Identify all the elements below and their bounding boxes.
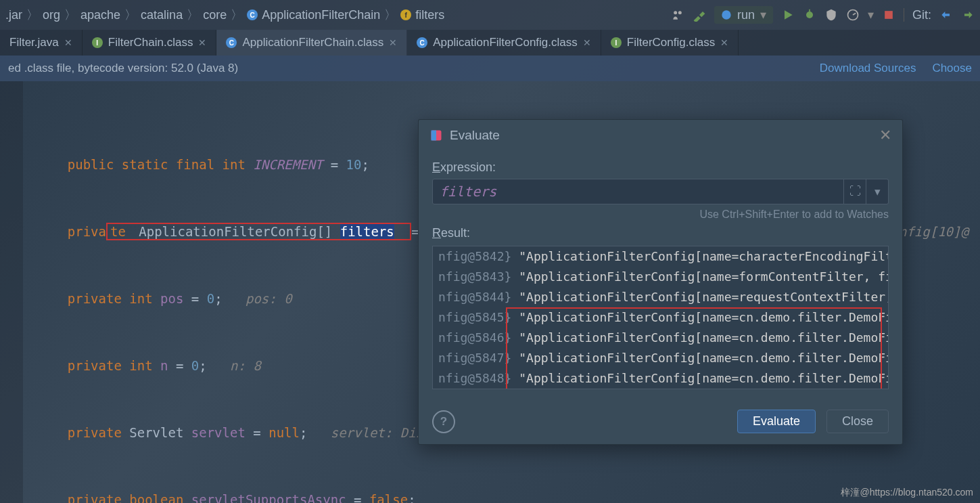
tab-filterconfig-class[interactable]: I FilterConfig.class ✕ [601, 30, 739, 56]
close-icon[interactable]: ✕ [198, 37, 206, 48]
tab-filter-java[interactable]: Filter.java ✕ [0, 30, 83, 56]
result-row[interactable]: nfig@5843} "ApplicationFilterConfig[name… [433, 267, 888, 287]
close-icon[interactable]: ✕ [64, 37, 72, 48]
breadcrumb-item[interactable]: .jar [5, 8, 22, 22]
dialog-title: Evaluate [450, 128, 500, 143]
class-icon: C [226, 37, 237, 48]
banner-text: ed .class file, bytecode version: 52.0 (… [8, 62, 238, 75]
choose-sources-link[interactable]: Choose [932, 62, 972, 75]
profile-icon[interactable] [846, 8, 860, 22]
run-icon[interactable] [781, 8, 795, 22]
result-row[interactable]: nfig@5842} "ApplicationFilterConfig[name… [433, 246, 888, 267]
evaluate-button[interactable]: Evaluate [737, 410, 816, 433]
interface-icon: I [611, 37, 622, 48]
result-label: esult: [441, 226, 470, 240]
svg-point-2 [722, 10, 730, 19]
close-button[interactable]: Close [826, 410, 889, 433]
evaluate-dialog: Evaluate ✕ Expression: filters ⛶ ▾ Use C… [418, 119, 903, 445]
result-list[interactable]: nfig@5842} "ApplicationFilterConfig[name… [432, 246, 889, 389]
interface-icon: I [92, 37, 103, 48]
editor-tabs: Filter.java ✕ I FilterChain.class ✕ C Ap… [0, 30, 980, 56]
highlight-annotation [506, 307, 882, 389]
close-icon[interactable]: ✕ [583, 37, 591, 48]
decompiled-banner: ed .class file, bytecode version: 52.0 (… [0, 56, 980, 81]
class-icon: C [417, 37, 427, 48]
breadcrumb-item[interactable]: catalina [141, 8, 183, 22]
tab-applicationfilterconfig-class[interactable]: C ApplicationFilterConfig.class ✕ [407, 30, 601, 56]
run-config-label: run [737, 8, 755, 22]
watermark: 梓潼@https://blog.ntan520.com [841, 487, 973, 499]
hint-text: Use Ctrl+Shift+Enter to add to Watches [432, 209, 889, 221]
field-icon: f [400, 9, 411, 20]
tab-label: FilterConfig.class [627, 36, 715, 49]
expression-label: xpression: [440, 160, 496, 174]
user-icon[interactable] [671, 8, 684, 22]
svg-point-0 [674, 11, 677, 14]
class-icon: C [247, 9, 258, 20]
tab-label: ApplicationFilterChain.class [242, 36, 383, 49]
inline-value: servlet: Dis [307, 425, 423, 440]
close-icon[interactable]: ✕ [389, 37, 397, 48]
run-config-selector[interactable]: run ▾ [714, 6, 773, 24]
tab-label: Filter.java [9, 36, 59, 49]
breadcrumb-item[interactable]: apache [80, 8, 120, 22]
dialog-title-bar[interactable]: Evaluate ✕ [419, 120, 902, 151]
debug-icon[interactable] [803, 8, 816, 22]
download-sources-link[interactable]: Download Sources [820, 62, 916, 75]
expand-icon[interactable]: ⛶ [844, 179, 866, 204]
breadcrumb-item[interactable]: ApplicationFilterChain [262, 8, 380, 22]
coverage-icon[interactable] [824, 8, 838, 22]
gradle-icon [721, 9, 732, 20]
inline-value: n: 8 [207, 358, 261, 373]
inline-value: pos: 0 [223, 291, 292, 306]
svg-rect-6 [885, 11, 893, 19]
breadcrumb[interactable]: .jar〉 org〉 apache〉 catalina〉 core〉 C App… [5, 7, 671, 23]
svg-point-3 [806, 12, 813, 18]
svg-point-1 [678, 11, 682, 14]
breadcrumb-item[interactable]: filters [415, 8, 444, 22]
svg-rect-8 [431, 131, 437, 141]
tab-filterchain-class[interactable]: I FilterChain.class ✕ [83, 30, 217, 56]
main-toolbar: .jar〉 org〉 apache〉 catalina〉 core〉 C App… [0, 0, 980, 30]
dialog-close-icon[interactable]: ✕ [879, 127, 891, 144]
history-dropdown-icon[interactable]: ▾ [866, 179, 889, 204]
git-commit-icon[interactable] [961, 8, 975, 22]
hammer-icon[interactable] [693, 8, 706, 22]
editor-gutter[interactable] [0, 81, 23, 503]
git-label: Git: [912, 8, 931, 22]
result-row[interactable]: nfig@5844} "ApplicationFilterConfig[name… [433, 287, 888, 307]
intellij-icon [429, 129, 443, 142]
toolbar-actions: run ▾ ▾ Git: [671, 6, 975, 24]
close-icon[interactable]: ✕ [720, 37, 728, 48]
tab-applicationfilterchain-class[interactable]: C ApplicationFilterChain.class ✕ [216, 30, 407, 56]
git-update-icon[interactable] [939, 8, 953, 22]
expression-input[interactable]: filters [432, 179, 844, 204]
tab-label: FilterChain.class [108, 36, 193, 49]
tab-label: ApplicationFilterConfig.class [433, 36, 578, 49]
help-button[interactable]: ? [432, 410, 455, 433]
breadcrumb-item[interactable]: core [203, 8, 227, 22]
stop-icon[interactable] [882, 8, 895, 22]
breadcrumb-item[interactable]: org [43, 8, 60, 22]
